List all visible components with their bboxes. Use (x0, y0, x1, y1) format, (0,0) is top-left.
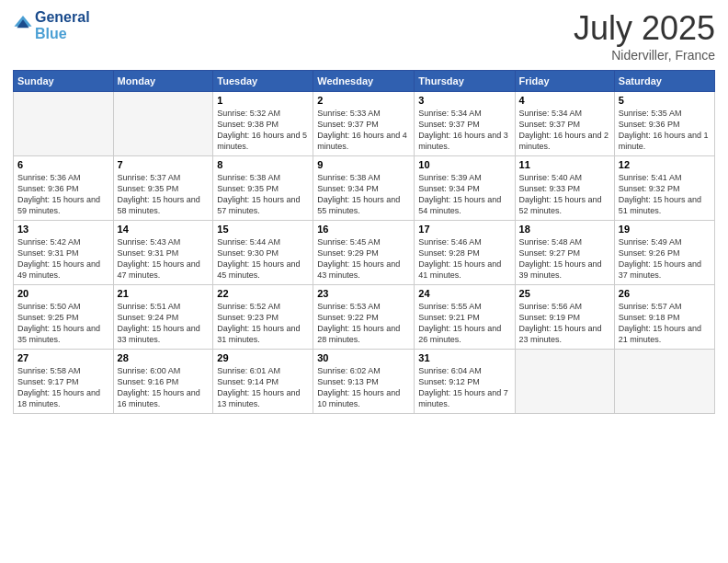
cell-info: Sunrise: 6:04 AMSunset: 9:12 PMDaylight:… (418, 365, 510, 410)
calendar-cell: 24Sunrise: 5:55 AMSunset: 9:21 PMDayligh… (415, 285, 515, 350)
cell-day-number: 21 (118, 288, 210, 299)
calendar-cell: 3Sunrise: 5:34 AMSunset: 9:37 PMDaylight… (415, 92, 515, 156)
cell-day-number: 28 (118, 352, 210, 363)
cell-day-number: 12 (619, 159, 711, 170)
calendar-cell: 18Sunrise: 5:48 AMSunset: 9:27 PMDayligh… (515, 221, 614, 285)
cell-info: Sunrise: 5:35 AMSunset: 9:36 PMDaylight:… (619, 108, 711, 153)
calendar-cell: 21Sunrise: 5:51 AMSunset: 9:24 PMDayligh… (113, 285, 213, 350)
col-header-thursday: Thursday (415, 71, 515, 92)
cell-info: Sunrise: 5:38 AMSunset: 9:34 PMDaylight:… (317, 172, 410, 217)
calendar-cell: 31Sunrise: 6:04 AMSunset: 9:12 PMDayligh… (415, 350, 515, 414)
cell-info: Sunrise: 6:02 AMSunset: 9:13 PMDaylight:… (317, 365, 410, 410)
header: General Blue July 2025 Niderviller, Fran… (13, 9, 715, 63)
cell-info: Sunrise: 5:49 AMSunset: 9:26 PMDaylight:… (619, 236, 711, 282)
col-header-tuesday: Tuesday (213, 71, 313, 92)
logo-icon (13, 13, 33, 33)
cell-info: Sunrise: 5:42 AMSunset: 9:31 PMDaylight:… (17, 236, 109, 282)
calendar-cell: 20Sunrise: 5:50 AMSunset: 9:25 PMDayligh… (14, 285, 114, 350)
logo: General Blue (13, 9, 90, 41)
cell-info: Sunrise: 5:58 AMSunset: 9:17 PMDaylight:… (17, 365, 109, 410)
week-row-1: 1Sunrise: 5:32 AMSunset: 9:38 PMDaylight… (14, 92, 715, 156)
cell-info: Sunrise: 5:37 AMSunset: 9:35 PMDaylight:… (118, 172, 210, 217)
calendar-cell: 1Sunrise: 5:32 AMSunset: 9:38 PMDaylight… (213, 92, 313, 156)
week-row-3: 13Sunrise: 5:42 AMSunset: 9:31 PMDayligh… (14, 221, 715, 285)
cell-info: Sunrise: 5:39 AMSunset: 9:34 PMDaylight:… (418, 172, 510, 217)
col-header-monday: Monday (113, 71, 213, 92)
logo-line1: General (35, 9, 90, 26)
cell-info: Sunrise: 5:57 AMSunset: 9:18 PMDaylight:… (619, 301, 711, 346)
cell-info: Sunrise: 5:33 AMSunset: 9:37 PMDaylight:… (317, 108, 410, 153)
cell-info: Sunrise: 6:00 AMSunset: 9:16 PMDaylight:… (118, 365, 210, 410)
cell-info: Sunrise: 5:48 AMSunset: 9:27 PMDaylight:… (519, 236, 610, 282)
cell-day-number: 1 (217, 95, 309, 106)
cell-day-number: 25 (519, 288, 610, 299)
cell-day-number: 23 (317, 288, 410, 299)
calendar-cell: 9Sunrise: 5:38 AMSunset: 9:34 PMDaylight… (313, 156, 415, 221)
cell-day-number: 3 (418, 95, 510, 106)
cell-info: Sunrise: 5:53 AMSunset: 9:22 PMDaylight:… (317, 301, 410, 346)
calendar-cell: 11Sunrise: 5:40 AMSunset: 9:33 PMDayligh… (515, 156, 614, 221)
week-row-5: 27Sunrise: 5:58 AMSunset: 9:17 PMDayligh… (14, 350, 715, 414)
calendar-cell (14, 92, 114, 156)
col-header-wednesday: Wednesday (313, 71, 415, 92)
col-header-sunday: Sunday (14, 71, 114, 92)
calendar-body: 1Sunrise: 5:32 AMSunset: 9:38 PMDaylight… (14, 92, 715, 414)
calendar-cell: 2Sunrise: 5:33 AMSunset: 9:37 PMDaylight… (313, 92, 415, 156)
calendar-cell: 22Sunrise: 5:52 AMSunset: 9:23 PMDayligh… (213, 285, 313, 350)
calendar-cell: 25Sunrise: 5:56 AMSunset: 9:19 PMDayligh… (515, 285, 614, 350)
col-header-saturday: Saturday (614, 71, 714, 92)
cell-day-number: 18 (519, 224, 610, 235)
calendar-cell (113, 92, 213, 156)
cell-day-number: 20 (17, 288, 109, 299)
cell-info: Sunrise: 5:38 AMSunset: 9:35 PMDaylight:… (217, 172, 309, 217)
cell-info: Sunrise: 5:51 AMSunset: 9:24 PMDaylight:… (118, 301, 210, 346)
logo-line2: Blue (35, 26, 90, 42)
calendar-cell: 13Sunrise: 5:42 AMSunset: 9:31 PMDayligh… (14, 221, 114, 285)
cell-day-number: 30 (317, 352, 410, 363)
cell-day-number: 4 (519, 95, 610, 106)
calendar-cell: 4Sunrise: 5:34 AMSunset: 9:37 PMDaylight… (515, 92, 614, 156)
calendar-cell (515, 350, 614, 414)
calendar-cell: 7Sunrise: 5:37 AMSunset: 9:35 PMDaylight… (113, 156, 213, 221)
cell-day-number: 26 (619, 288, 711, 299)
cell-day-number: 19 (619, 224, 711, 235)
cell-day-number: 7 (118, 159, 210, 170)
cell-day-number: 31 (418, 352, 510, 363)
calendar-cell: 23Sunrise: 5:53 AMSunset: 9:22 PMDayligh… (313, 285, 415, 350)
calendar-cell: 28Sunrise: 6:00 AMSunset: 9:16 PMDayligh… (113, 350, 213, 414)
calendar-header-row: SundayMondayTuesdayWednesdayThursdayFrid… (14, 71, 715, 92)
calendar-cell: 6Sunrise: 5:36 AMSunset: 9:36 PMDaylight… (14, 156, 114, 221)
calendar-cell: 14Sunrise: 5:43 AMSunset: 9:31 PMDayligh… (113, 221, 213, 285)
cell-info: Sunrise: 5:50 AMSunset: 9:25 PMDaylight:… (17, 301, 109, 346)
location: Niderviller, France (574, 48, 715, 63)
calendar-cell: 16Sunrise: 5:45 AMSunset: 9:29 PMDayligh… (313, 221, 415, 285)
cell-info: Sunrise: 5:46 AMSunset: 9:28 PMDaylight:… (418, 236, 510, 282)
cell-day-number: 24 (418, 288, 510, 299)
cell-day-number: 29 (217, 352, 309, 363)
cell-day-number: 5 (619, 95, 711, 106)
calendar-cell: 5Sunrise: 5:35 AMSunset: 9:36 PMDaylight… (614, 92, 714, 156)
calendar-cell: 29Sunrise: 6:01 AMSunset: 9:14 PMDayligh… (213, 350, 313, 414)
cell-info: Sunrise: 5:55 AMSunset: 9:21 PMDaylight:… (418, 301, 510, 346)
cell-day-number: 6 (17, 159, 109, 170)
calendar-cell (614, 350, 714, 414)
cell-info: Sunrise: 5:34 AMSunset: 9:37 PMDaylight:… (418, 108, 510, 153)
cell-day-number: 17 (418, 224, 510, 235)
cell-day-number: 10 (418, 159, 510, 170)
calendar-cell: 19Sunrise: 5:49 AMSunset: 9:26 PMDayligh… (614, 221, 714, 285)
cell-day-number: 14 (118, 224, 210, 235)
calendar-cell: 30Sunrise: 6:02 AMSunset: 9:13 PMDayligh… (313, 350, 415, 414)
week-row-4: 20Sunrise: 5:50 AMSunset: 9:25 PMDayligh… (14, 285, 715, 350)
cell-info: Sunrise: 5:43 AMSunset: 9:31 PMDaylight:… (118, 236, 210, 282)
page: General Blue July 2025 Niderviller, Fran… (0, 0, 728, 563)
cell-day-number: 2 (317, 95, 410, 106)
calendar-cell: 10Sunrise: 5:39 AMSunset: 9:34 PMDayligh… (415, 156, 515, 221)
week-row-2: 6Sunrise: 5:36 AMSunset: 9:36 PMDaylight… (14, 156, 715, 221)
cell-day-number: 9 (317, 159, 410, 170)
month-year: July 2025 (574, 9, 715, 48)
cell-info: Sunrise: 6:01 AMSunset: 9:14 PMDaylight:… (217, 365, 309, 410)
calendar-cell: 15Sunrise: 5:44 AMSunset: 9:30 PMDayligh… (213, 221, 313, 285)
cell-info: Sunrise: 5:40 AMSunset: 9:33 PMDaylight:… (519, 172, 610, 217)
cell-info: Sunrise: 5:45 AMSunset: 9:29 PMDaylight:… (317, 236, 410, 282)
cell-day-number: 8 (217, 159, 309, 170)
